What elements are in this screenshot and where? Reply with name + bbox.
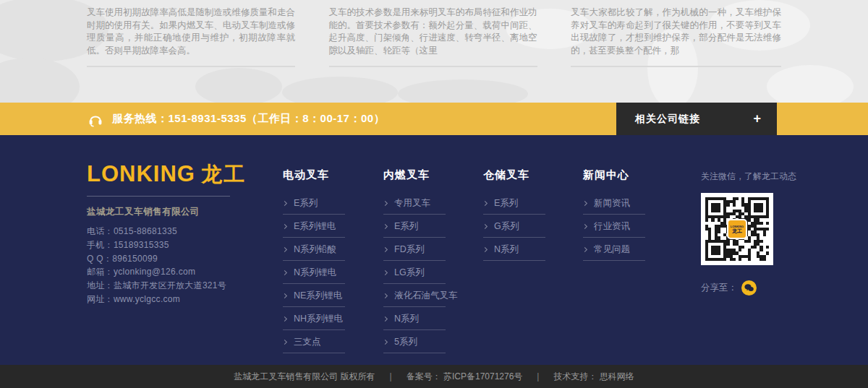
related-links-label: 相关公司链接 [635, 113, 700, 126]
info-column-2: 叉车的技术参数是用来标明叉车的布局特征和作业功能的。首要技术参数有：额外起分量、… [329, 7, 537, 67]
logo-latin-text: LONKING [87, 163, 195, 185]
nav-item[interactable]: E系列 [383, 215, 446, 238]
contact-website: 网址：www.yclgcc.com [87, 293, 260, 306]
nav-item[interactable]: N系列锂电 [283, 261, 345, 284]
divider [329, 66, 537, 67]
share-label: 分享至： [701, 282, 737, 294]
chevron-right-icon [482, 247, 488, 252]
info-column-1: 叉车使用初期故障率高低是随制造或维修质量和走合时期的使用有关。如果内燃叉车、电动… [87, 7, 295, 67]
divider [87, 66, 295, 67]
contact-phone: 电话：0515-88681335 [87, 225, 260, 238]
contact-mobile: 手机：15189315335 [87, 238, 260, 252]
company-name: 盐城龙工叉车销售有限公司 [87, 206, 260, 218]
copyright-bar: 盐城龙工叉车销售有限公司 版权所有 | 备案号： 苏ICP备17071276号 … [0, 365, 868, 388]
nav-item[interactable]: 三支点 [283, 330, 345, 353]
nav-column-title: 内燃叉车 [383, 168, 446, 182]
plus-icon: + [753, 111, 761, 126]
chevron-right-icon [282, 293, 287, 298]
nav-item[interactable]: 新闻资讯 [583, 191, 645, 215]
chevron-right-icon [282, 247, 287, 252]
company-block: LONKING 龙工 盐城龙工叉车销售有限公司 电话：0515-88681335… [87, 163, 260, 306]
chevron-right-icon [383, 293, 388, 298]
lonking-logo[interactable]: LONKING 龙工 [87, 163, 260, 185]
footer-nav-warehouse: 仓储叉车 E系列 G系列 N系列 [483, 168, 545, 261]
wechat-caption: 关注微信，了解龙工动态 [701, 171, 788, 183]
separator: | [390, 371, 392, 381]
info-paragraph: 叉车大家都比较了解，作为机械的一种，叉车维护保养对叉车的寿命起到了很关键的作用，… [571, 7, 781, 57]
chevron-right-icon [383, 201, 388, 206]
info-columns: 叉车使用初期故障率高低是随制造或维修质量和走合时期的使用有关。如果内燃叉车、电动… [87, 0, 781, 67]
nav-item[interactable]: N系列铅酸 [283, 238, 345, 261]
chevron-right-icon [282, 224, 287, 229]
nav-item[interactable]: 常见问题 [583, 238, 645, 261]
nav-item[interactable]: 行业资讯 [583, 215, 645, 238]
contact-list: 电话：0515-88681335 手机：15189315335 Q Q：8961… [87, 225, 260, 306]
nav-item[interactable]: 5系列 [383, 330, 446, 353]
chevron-right-icon [282, 316, 287, 322]
nav-column-title: 新闻中心 [583, 168, 645, 182]
nav-item[interactable]: FD系列 [383, 238, 446, 261]
divider [87, 196, 230, 197]
chevron-right-icon [383, 270, 388, 275]
chevron-right-icon [482, 201, 488, 206]
nav-item[interactable]: NE系列锂电 [283, 284, 345, 307]
headset-icon [87, 111, 104, 128]
wechat-share-icon[interactable] [741, 280, 757, 296]
nav-item[interactable]: E系列 [483, 191, 545, 215]
nav-item[interactable]: E系列 [283, 191, 345, 215]
chevron-right-icon [282, 340, 287, 345]
chevron-right-icon [282, 270, 287, 275]
nav-item[interactable]: 专用叉车 [383, 191, 446, 215]
hotline-group: 服务热线：151-8931-5335（工作日：8：00-17：00） [87, 111, 385, 128]
nav-item[interactable]: N系列 [383, 307, 446, 330]
copyright-company: 盐城龙工叉车销售有限公司 版权所有 [234, 371, 375, 383]
separator: | [537, 371, 539, 381]
nav-column-title: 电动叉车 [283, 168, 345, 182]
chevron-right-icon [582, 201, 587, 206]
chevron-right-icon [282, 201, 287, 206]
nav-item[interactable]: E系列锂电 [283, 215, 345, 238]
chevron-right-icon [482, 224, 488, 229]
contact-address: 地址：盐城市开发区开放大道321号 [87, 279, 260, 293]
nav-column-title: 仓储叉车 [483, 168, 545, 182]
logo-chinese-text: 龙工 [201, 164, 246, 185]
footer-nav-ic: 内燃叉车 专用叉车 E系列 FD系列 LG系列 液化石油气叉车 N系列 5系列 [383, 168, 446, 353]
info-paragraph: 叉车的技术参数是用来标明叉车的布局特征和作业功能的。首要技术参数有：额外起分量、… [329, 7, 537, 57]
chevron-right-icon [383, 316, 388, 322]
chevron-right-icon [383, 247, 388, 252]
contact-qq: Q Q：896150099 [87, 252, 260, 266]
chevron-right-icon [383, 340, 388, 345]
tech-support[interactable]: 技术支持： 思科网络 [553, 371, 634, 383]
contact-email: 邮箱：yclonking@126.com [87, 265, 260, 279]
chevron-right-icon [582, 224, 587, 229]
nav-item[interactable]: 液化石油气叉车 [383, 284, 446, 307]
nav-item[interactable]: N系列 [483, 238, 545, 261]
related-links-button[interactable]: 相关公司链接 + [616, 103, 777, 135]
footer: LONKING 龙工 盐城龙工叉车销售有限公司 电话：0515-88681335… [0, 135, 868, 365]
chevron-right-icon [582, 247, 587, 252]
footer-nav-electric: 电动叉车 E系列 E系列锂电 N系列铅酸 N系列锂电 NE系列锂电 NH系列锂电… [283, 168, 345, 353]
wechat-qr-code: LONKING 龙工 [701, 193, 773, 265]
nav-item[interactable]: LG系列 [383, 261, 446, 284]
hotline-bar: 服务热线：151-8931-5335（工作日：8：00-17：00） 相关公司链… [0, 103, 868, 135]
chevron-right-icon [383, 224, 388, 229]
wechat-block: 关注微信，了解龙工动态 LONKING 龙工 分享至： [701, 171, 788, 296]
footer-nav-news: 新闻中心 新闻资讯 行业资讯 常见问题 [583, 168, 645, 261]
hotline-text: 服务热线：151-8931-5335（工作日：8：00-17：00） [112, 112, 385, 126]
info-column-3: 叉车大家都比较了解，作为机械的一种，叉车维护保养对叉车的寿命起到了很关键的作用，… [571, 7, 781, 67]
share-row: 分享至： [701, 280, 788, 296]
info-paragraph: 叉车使用初期故障率高低是随制造或维修质量和走合时期的使用有关。如果内燃叉车、电动… [87, 7, 295, 57]
page: 叉车使用初期故障率高低是随制造或维修质量和走合时期的使用有关。如果内燃叉车、电动… [0, 0, 868, 388]
nav-item[interactable]: NH系列锂电 [283, 307, 345, 330]
icp-number[interactable]: 备案号： 苏ICP备17071276号 [407, 371, 523, 383]
qr-center-logo: LONKING 龙工 [727, 219, 747, 239]
nav-item[interactable]: G系列 [483, 215, 545, 238]
wechat-glyph [744, 284, 754, 292]
divider [571, 66, 781, 67]
info-section: 叉车使用初期故障率高低是随制造或维修质量和走合时期的使用有关。如果内燃叉车、电动… [0, 0, 868, 103]
